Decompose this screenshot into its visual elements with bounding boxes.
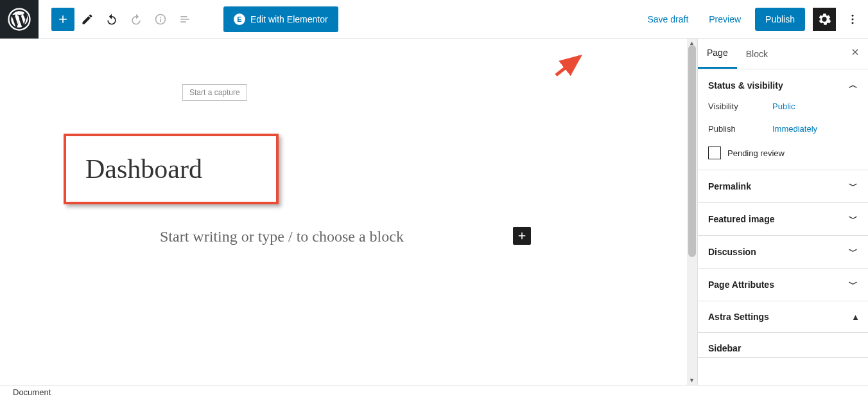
pending-review-label: Pending review (727, 148, 785, 158)
page-title-box: Dashboard (64, 134, 279, 204)
panel-head-discussion[interactable]: Discussion ﹀ (698, 236, 868, 268)
info-icon (154, 13, 167, 26)
panel-title: Astra Settings (708, 312, 769, 322)
panel-title: Featured image (708, 214, 774, 224)
panel-title: Page Attributes (708, 279, 774, 290)
panel-title: Sidebar (708, 343, 741, 353)
editor-scrollbar[interactable]: ▲ ▼ (687, 39, 697, 385)
panel-title: Status & visibility (708, 80, 783, 91)
bottom-breadcrumb-bar: Document (0, 385, 868, 399)
scrollbar-thumb[interactable] (688, 45, 696, 257)
chevron-down-icon: ﹀ (849, 246, 858, 258)
toolbar-left-group: E Edit with Elementor (39, 6, 338, 32)
visibility-value[interactable]: Public (772, 102, 795, 111)
info-button[interactable] (149, 8, 172, 31)
chevron-down-icon: ﹀ (849, 213, 858, 225)
toolbar-right-group: Save draft Preview Publish (641, 8, 868, 31)
undo-icon (105, 13, 118, 26)
svg-point-4 (852, 14, 854, 16)
tab-block[interactable]: Block (737, 39, 777, 69)
panel-head-status-visibility[interactable]: Status & visibility ︿ (698, 69, 868, 102)
plus-icon (516, 230, 528, 242)
tab-page[interactable]: Page (698, 39, 737, 69)
plus-icon (56, 13, 69, 26)
publish-button[interactable]: Publish (755, 8, 805, 31)
panel-body-status-visibility: Visibility Public Publish Immediately Pe… (698, 102, 868, 170)
editor-area: Start a capture Dashboard Start writing … (0, 39, 697, 385)
edit-button[interactable] (76, 8, 99, 31)
svg-point-6 (852, 22, 854, 24)
body-placeholder-row: Start writing or type / to choose a bloc… (160, 228, 532, 245)
redo-button[interactable] (125, 8, 148, 31)
page-title[interactable]: Dashboard (85, 154, 202, 184)
panel-sidebar: Sidebar (698, 333, 868, 358)
outline-button[interactable] (173, 8, 196, 31)
svg-point-2 (160, 16, 161, 17)
panel-head-permalink[interactable]: Permalink ﹀ (698, 170, 868, 202)
svg-point-5 (852, 18, 854, 20)
settings-button[interactable] (813, 8, 836, 31)
add-block-inline-button[interactable] (513, 227, 531, 245)
close-icon (850, 47, 860, 57)
elementor-label: Edit with Elementor (250, 14, 328, 24)
body-placeholder-text[interactable]: Start writing or type / to choose a bloc… (160, 228, 404, 245)
panel-head-featured-image[interactable]: Featured image ﹀ (698, 203, 868, 235)
publish-label: Publish (708, 124, 772, 134)
svg-rect-3 (160, 19, 161, 22)
panel-head-astra-settings[interactable]: Astra Settings ▴ (698, 301, 868, 332)
sidebar-tabs: Page Block (698, 39, 868, 69)
visibility-label: Visibility (708, 102, 772, 111)
edit-with-elementor-button[interactable]: E Edit with Elementor (223, 6, 338, 32)
publish-row: Publish Immediately (708, 124, 858, 134)
panel-title: Discussion (708, 247, 756, 257)
panel-featured-image: Featured image ﹀ (698, 203, 868, 236)
breadcrumb[interactable]: Document (13, 387, 51, 397)
sidebar-close-button[interactable] (850, 47, 860, 60)
dots-vertical-icon (846, 13, 859, 26)
settings-sidebar: Page Block Status & visibility ︿ Visibil… (697, 39, 868, 385)
gear-icon (817, 12, 831, 26)
add-block-toolbar-button[interactable] (51, 8, 74, 31)
more-options-button[interactable] (844, 8, 862, 31)
list-icon (178, 13, 191, 26)
chevron-up-icon: ︿ (849, 80, 858, 91)
pencil-icon (81, 13, 94, 26)
panel-status-visibility: Status & visibility ︿ Visibility Public … (698, 69, 868, 170)
panel-astra-settings: Astra Settings ▴ (698, 301, 868, 333)
triangle-up-icon: ▴ (853, 312, 858, 322)
redo-icon (130, 13, 143, 26)
panel-permalink: Permalink ﹀ (698, 170, 868, 203)
save-draft-button[interactable]: Save draft (641, 10, 695, 28)
wordpress-icon (8, 8, 31, 31)
panel-head-sidebar[interactable]: Sidebar (698, 333, 868, 357)
panel-page-attributes: Page Attributes ﹀ (698, 269, 868, 301)
panel-head-page-attributes[interactable]: Page Attributes ﹀ (698, 269, 868, 301)
editor-canvas[interactable]: Start a capture Dashboard Start writing … (12, 46, 686, 385)
wordpress-logo[interactable] (0, 0, 39, 39)
preview-button[interactable]: Preview (702, 10, 747, 28)
top-toolbar: E Edit with Elementor Save draft Preview… (0, 0, 868, 39)
publish-value[interactable]: Immediately (772, 124, 817, 134)
panel-discussion: Discussion ﹀ (698, 236, 868, 269)
scroll-down-icon: ▼ (689, 377, 695, 384)
panel-title: Permalink (708, 181, 751, 191)
visibility-row: Visibility Public (708, 102, 858, 111)
undo-button[interactable] (100, 8, 123, 31)
elementor-icon: E (234, 13, 245, 25)
pending-review-row[interactable]: Pending review (708, 146, 858, 159)
chevron-down-icon: ﹀ (849, 279, 858, 290)
main-layout: Start a capture Dashboard Start writing … (0, 39, 868, 385)
chevron-down-icon: ﹀ (849, 181, 858, 192)
pending-review-checkbox[interactable] (708, 146, 721, 159)
capture-badge[interactable]: Start a capture (182, 84, 247, 101)
